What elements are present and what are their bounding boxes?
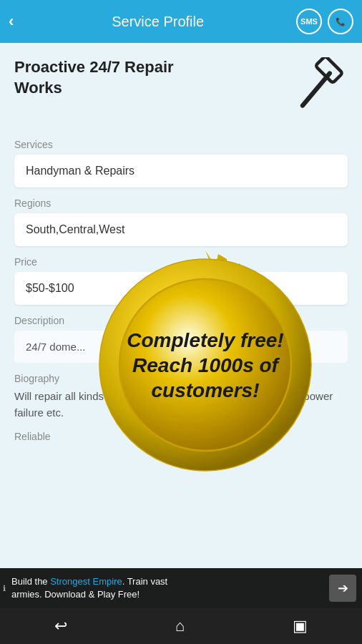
ad-text: Build the Strongest Empire. Train vastar… (11, 575, 326, 601)
ad-highlight: Strongest Empire (50, 576, 122, 587)
svg-rect-1 (315, 57, 343, 83)
business-name: Proactive 24/7 Repair Works (14, 57, 200, 98)
app-header: ‹ Service Profile SMS 📞 (0, 0, 362, 43)
services-value: Handyman & Repairs (14, 155, 348, 187)
regions-value: South,Central,West (14, 213, 348, 246)
back-button[interactable]: ‹ (9, 12, 14, 31)
seal-text-container: Completely free! Reach 1000s of customer… (127, 328, 284, 403)
business-row: Proactive 24/7 Repair Works (14, 57, 348, 122)
bottom-navigation: ↩ ⌂ ▣ (0, 608, 362, 644)
hammer-icon (283, 57, 348, 122)
sms-label: SMS (300, 17, 318, 26)
header-actions: SMS 📞 (296, 9, 353, 34)
nav-home-button[interactable]: ⌂ (175, 617, 185, 635)
ad-info-icon: ℹ (3, 583, 6, 592)
sms-button[interactable]: SMS (296, 9, 322, 34)
nav-recent-button[interactable]: ▣ (293, 617, 308, 635)
header-title: Service Profile (19, 14, 296, 30)
seal-text: Completely free! Reach 1000s of customer… (127, 328, 284, 403)
phone-button[interactable]: 📞 (328, 9, 353, 34)
ad-banner[interactable]: ℹ Build the Strongest Empire. Train vast… (0, 568, 362, 608)
services-label: Services (14, 139, 348, 150)
phone-icon: 📞 (336, 17, 346, 26)
nav-back-button[interactable]: ↩ (54, 617, 67, 635)
promo-seal: Completely free! Reach 1000s of customer… (84, 243, 327, 487)
ad-arrow-button[interactable]: ➔ (329, 575, 356, 602)
regions-label: Regions (14, 197, 348, 209)
